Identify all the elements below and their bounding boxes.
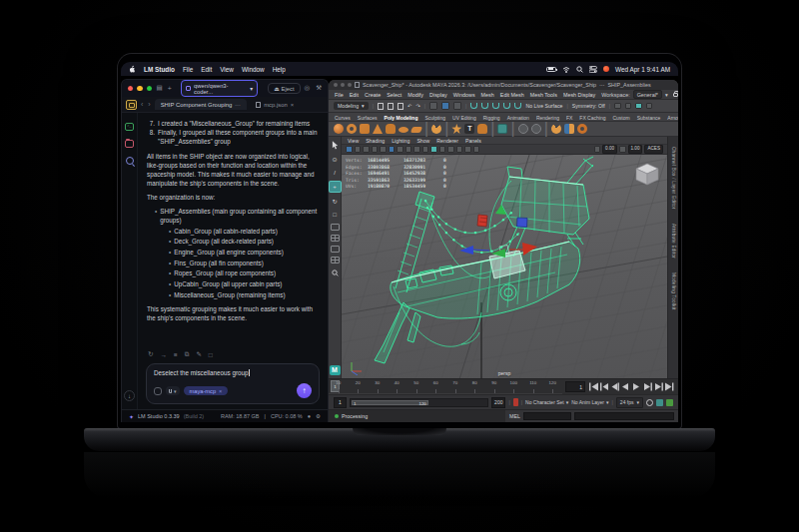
attach-icon[interactable] <box>154 387 162 395</box>
mute-audio-icon[interactable] <box>666 399 673 406</box>
mcp-chip[interactable]: maya-mcp × <box>184 386 229 395</box>
layout-outliner-button[interactable] <box>331 257 340 264</box>
bridge-icon[interactable] <box>577 124 587 134</box>
panel-menu-lighting[interactable]: Lighting <box>392 138 409 144</box>
playback-end-handle[interactable]: 120 <box>418 401 425 404</box>
tab-menu-icon[interactable]: ⋯ <box>235 102 241 108</box>
tab-ship-component-grouping[interactable]: SHIP Component Grouping ⋯ <box>155 99 248 110</box>
playback-range-bar[interactable]: 1 120 <box>352 400 428 405</box>
branch-icon[interactable]: ≡ <box>174 351 178 358</box>
sweep-mesh-icon[interactable] <box>477 124 487 134</box>
nav-back-icon[interactable]: ‹ <box>140 101 144 108</box>
poly-cone-icon[interactable] <box>373 124 383 134</box>
playback-loop-icon[interactable] <box>646 399 653 406</box>
copy-icon[interactable]: ⧉ <box>185 350 190 358</box>
snap-grid-icon[interactable] <box>470 103 477 109</box>
snap-point-icon[interactable] <box>492 103 499 109</box>
exposure-icon[interactable] <box>594 146 601 153</box>
camera-attributes-icon[interactable] <box>363 146 370 153</box>
wifi-icon[interactable] <box>562 66 570 73</box>
chat-input[interactable]: Deselect the miscellaneous group ▾ maya-… <box>146 363 320 404</box>
viewport[interactable]: Verts:16814495163712030 Edges:3380386832… <box>342 155 667 378</box>
smooth-icon[interactable] <box>551 124 561 134</box>
eject-model-button[interactable]: ⏏ Eject <box>268 83 300 94</box>
mel-input-field[interactable] <box>574 412 674 420</box>
menubar-item-view[interactable]: View <box>220 66 234 73</box>
minimize-window-button[interactable] <box>341 83 345 87</box>
snap-curve-icon[interactable] <box>481 103 488 109</box>
chat-input-value[interactable]: Deselect the miscellaneous group <box>154 369 249 376</box>
multisampling-icon[interactable] <box>447 146 454 153</box>
boolean-icon[interactable] <box>497 124 507 134</box>
rotate-tool[interactable]: ↻ <box>330 196 341 206</box>
menubar-item-edit[interactable]: Edit <box>201 66 212 73</box>
settings-gear-icon[interactable]: ⚙ <box>316 413 321 419</box>
sidebar-item-discover[interactable] <box>126 157 134 165</box>
move-tool[interactable]: + <box>330 182 341 192</box>
tab-attribute-editor[interactable]: Attribute Editor <box>671 224 676 259</box>
graph-editor-icon[interactable] <box>656 399 663 406</box>
edit-icon[interactable]: ✎ <box>196 350 201 358</box>
motion-blur-icon[interactable] <box>439 146 446 153</box>
scale-tool[interactable]: □ <box>330 210 341 220</box>
menubar-item-file[interactable]: File <box>183 66 193 73</box>
anim-layer-dropdown[interactable]: No Anim Layer▾ <box>571 399 608 405</box>
sidebar-item-developer[interactable] <box>125 123 134 131</box>
panel-menu-renderer[interactable]: Renderer <box>436 138 458 144</box>
shelf-tab-fx-caching[interactable]: FX Caching <box>579 115 605 121</box>
wrench-icon[interactable]: ⚒ <box>316 85 322 92</box>
redo-icon[interactable]: ↷ <box>415 103 419 109</box>
ipr-render-icon[interactable] <box>625 103 632 110</box>
animation-start-field[interactable]: 1 <box>334 397 347 408</box>
nav-forward-icon[interactable]: › <box>147 101 151 108</box>
select-object-icon[interactable] <box>441 102 449 110</box>
tab-modeling-toolkit[interactable]: Modeling Toolkit <box>671 272 676 310</box>
new-scene-icon[interactable] <box>378 103 384 110</box>
target-icon[interactable]: ◎ <box>305 85 311 92</box>
battery-icon[interactable] <box>546 67 556 72</box>
menu-edit-mesh[interactable]: Edit Mesh <box>500 92 524 98</box>
poly-pipe-icon[interactable] <box>431 124 441 134</box>
workspace-selector[interactable]: General* <box>633 90 662 99</box>
shelf-tab-uv-editing[interactable]: UV Editing <box>452 115 476 121</box>
character-set-dropdown[interactable]: No Character Set▾ <box>525 399 568 405</box>
poly-cube-icon[interactable] <box>360 124 370 134</box>
render-icon[interactable] <box>614 103 621 110</box>
screen-space-ao-icon[interactable] <box>430 146 437 153</box>
gamma-icon[interactable] <box>619 146 626 153</box>
minimize-window-button[interactable] <box>137 86 142 92</box>
separate-icon[interactable] <box>531 124 541 134</box>
image-plane-icon[interactable] <box>380 146 387 153</box>
regenerate-icon[interactable]: ↻ <box>148 350 153 358</box>
active-app-name[interactable]: LM Studio <box>144 66 175 73</box>
save-scene-icon[interactable] <box>398 103 403 110</box>
symmetry-selector[interactable]: Symmetry: Off <box>572 103 605 109</box>
mirror-icon[interactable] <box>564 124 574 134</box>
select-tool[interactable] <box>330 140 341 150</box>
close-window-button[interactable] <box>128 86 133 92</box>
menu-mesh[interactable]: Mesh <box>481 92 494 98</box>
zoom-tool[interactable] <box>330 267 341 277</box>
playback-controls[interactable] <box>588 379 678 394</box>
lighting-mode-icon[interactable] <box>413 146 420 153</box>
menubar-item-window[interactable]: Window <box>242 66 265 73</box>
wireframe-mode-icon[interactable] <box>397 146 403 153</box>
platonic-solid-icon[interactable] <box>451 124 461 134</box>
menu-create[interactable]: Create <box>365 92 381 98</box>
shaded-mode-icon[interactable] <box>389 146 396 153</box>
model-selector[interactable]: qwen/qwen3-coder... ▾ <box>181 80 258 97</box>
menu-select[interactable]: Select <box>387 92 401 98</box>
snap-plane-icon[interactable] <box>514 103 521 109</box>
toolbox-settings-icon[interactable] <box>646 103 653 110</box>
zoom-window-button[interactable] <box>348 83 352 87</box>
playback-start-handle[interactable]: 1 <box>354 401 356 404</box>
lock-camera-icon[interactable] <box>355 146 362 153</box>
menu-mesh-display[interactable]: Mesh Display <box>563 92 595 98</box>
select-component-icon[interactable] <box>453 102 461 110</box>
menu-set-selector[interactable]: Modeling▾ <box>334 102 369 110</box>
auto-key-button[interactable] <box>513 398 518 406</box>
bookmark-icon[interactable] <box>372 146 379 153</box>
zoom-window-button[interactable] <box>147 86 152 92</box>
poly-torus-icon[interactable] <box>347 124 357 134</box>
chat-transcript[interactable]: 7.I created a "Miscellaneous_Group" for … <box>138 113 328 347</box>
